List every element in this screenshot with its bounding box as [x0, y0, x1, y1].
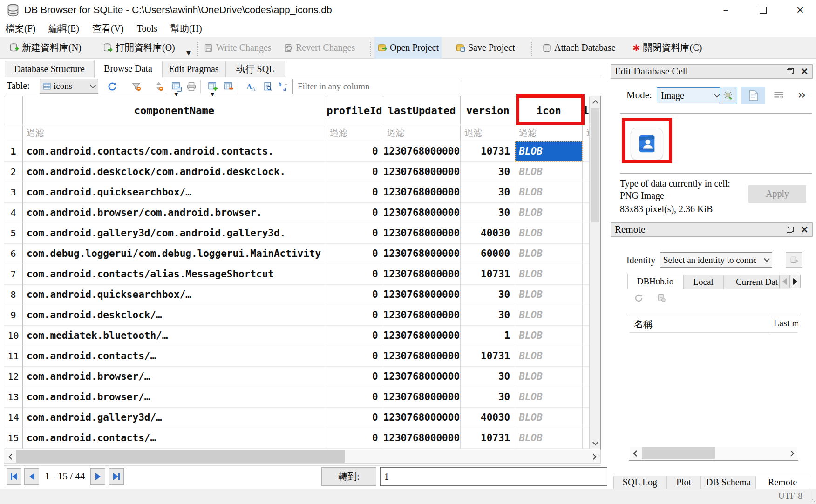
horizontal-scrollbar[interactable]	[4, 450, 601, 464]
open-database-dropdown[interactable]: ▼	[184, 37, 193, 59]
cell-icon-blob[interactable]: BLOB	[515, 285, 583, 305]
cell-version[interactable]: 30	[461, 367, 515, 387]
column-header-version[interactable]: version	[461, 96, 515, 125]
clear-filters-button[interactable]	[130, 81, 143, 93]
cell-version[interactable]: 10731	[461, 264, 515, 285]
scroll-right-icon[interactable]	[588, 450, 600, 463]
table-row[interactable]: 8com.android.quicksearchbox/…01230768000…	[4, 285, 589, 305]
menu-item-0[interactable]: 檔案(F)	[6, 22, 35, 35]
cell-componentName[interactable]: com.android.contacts/…	[23, 428, 326, 449]
table-row[interactable]: 3com.android.quicksearchbox/…01230768000…	[4, 182, 589, 203]
cell-profileId[interactable]: 0	[326, 223, 383, 244]
cell-componentName[interactable]: com.android.deskclock/com.android.deskcl…	[23, 162, 326, 182]
filter-input-componentName[interactable]: 過濾	[23, 125, 326, 141]
table-row[interactable]: 4com.android.browser/com.android.browser…	[4, 203, 589, 223]
table-row[interactable]: 12com.android.browser/…0123076800000030B…	[4, 367, 589, 387]
first-page-button[interactable]	[7, 468, 21, 485]
cell-componentName[interactable]: com.android.deskclock/…	[23, 305, 326, 326]
last-modified-column-header[interactable]: Last mo	[774, 318, 798, 329]
cell-icon-blob[interactable]: BLOB	[515, 367, 583, 387]
filter-input-version[interactable]: 過濾	[461, 125, 515, 141]
print-button[interactable]	[185, 81, 197, 93]
dock-tab-plot[interactable]: Plot	[666, 476, 701, 489]
resize-grip[interactable]	[811, 498, 815, 502]
float-panel-icon[interactable]	[787, 68, 794, 74]
cell-icon-blob[interactable]: BLOB	[515, 203, 583, 223]
cell-icon-blob[interactable]: BLOB	[515, 264, 583, 285]
cell-lastUpdated[interactable]: 1230768000000	[383, 182, 461, 203]
cell-lastUpdated[interactable]: 1230768000000	[383, 408, 461, 428]
cell-lastUpdated[interactable]: 1230768000000	[383, 346, 461, 367]
cell-icon-blob[interactable]: BLOB	[515, 162, 583, 182]
column-header-lastUpdated[interactable]: lastUpdated	[383, 96, 461, 125]
cell-lastUpdated[interactable]: 1230768000000	[383, 285, 461, 305]
cell-componentName[interactable]: com.android.contacts/alias.MessageShortc…	[23, 264, 326, 285]
tab-database-structure[interactable]: Database Structure	[5, 61, 94, 77]
cell-profileId[interactable]: 0	[326, 264, 383, 285]
goto-record-input[interactable]	[380, 467, 607, 486]
cell-version[interactable]: 40030	[461, 408, 515, 428]
next-page-button[interactable]	[90, 468, 105, 485]
cell-profileId[interactable]: 0	[326, 203, 383, 223]
dock-tab-db-schema[interactable]: DB Schema	[701, 476, 756, 489]
cell-lastUpdated[interactable]: 1230768000000	[383, 223, 461, 244]
cell-profileId[interactable]: 0	[326, 387, 383, 408]
cell-lastUpdated[interactable]: 1230768000000	[383, 244, 461, 264]
format-text-button[interactable]: AA	[245, 81, 257, 93]
remote-refresh-icon[interactable]	[634, 293, 644, 303]
remote-tab-dbhub-io[interactable]: DBHub.io	[627, 274, 683, 289]
cell-profileId[interactable]: 0	[326, 326, 383, 346]
maximize-button[interactable]	[749, 0, 777, 20]
cell-version[interactable]: 30	[461, 182, 515, 203]
filter-input-lastUpdated[interactable]: 過濾	[383, 125, 461, 141]
cell-componentName[interactable]: com.android.gallery3d/com.android.galler…	[23, 223, 326, 244]
table-row[interactable]: 6com.debug.loggerui/com.debug.loggerui.M…	[4, 244, 589, 264]
cell-lastUpdated[interactable]: 1230768000000	[383, 141, 461, 162]
new-database-button[interactable]: 新建資料庫(N)	[7, 37, 84, 59]
cell-version[interactable]: 30	[461, 203, 515, 223]
refresh-button[interactable]	[106, 81, 118, 93]
cell-profileId[interactable]: 0	[326, 346, 383, 367]
goto-button[interactable]: 轉到:	[321, 467, 376, 486]
write-changes-button[interactable]: Write Changes	[201, 37, 274, 59]
cell-profileId[interactable]: 0	[326, 141, 383, 162]
cell-profileId[interactable]: 0	[326, 408, 383, 428]
cell-version[interactable]: 40030	[461, 223, 515, 244]
table-row[interactable]: 2com.android.deskclock/com.android.deskc…	[4, 162, 589, 182]
table-row[interactable]: 13com.android.browser/…0123076800000030B…	[4, 387, 589, 408]
close-panel-icon[interactable]: ×	[800, 225, 809, 234]
scroll-down-icon[interactable]	[590, 437, 601, 449]
cell-version[interactable]: 1	[461, 326, 515, 346]
attach-database-button[interactable]: Attach Database	[539, 37, 619, 59]
cell-profileId[interactable]: 0	[326, 285, 383, 305]
filter-any-column-input[interactable]	[292, 79, 460, 94]
horizontal-scrollbar-thumb[interactable]	[16, 450, 345, 463]
filter-input-profileId[interactable]: 過濾	[326, 125, 383, 141]
replace-button[interactable]: ba	[278, 81, 290, 93]
dock-tab-remote[interactable]: Remote	[756, 476, 809, 489]
cell-version[interactable]: 30	[461, 305, 515, 326]
find-in-table-button[interactable]	[262, 81, 274, 93]
cell-componentName[interactable]: com.android.browser/…	[23, 367, 326, 387]
identity-select[interactable]: Select an identity to conne	[660, 252, 772, 268]
table-row[interactable]: 5com.android.gallery3d/com.android.galle…	[4, 223, 589, 244]
cell-lastUpdated[interactable]: 1230768000000	[383, 367, 461, 387]
tab-browse-data[interactable]: Browse Data	[94, 60, 162, 78]
cell-icon-blob[interactable]: BLOB	[515, 223, 583, 244]
prev-page-button[interactable]	[24, 468, 39, 485]
apply-button[interactable]: Apply	[748, 185, 806, 203]
minimize-button[interactable]: –	[712, 0, 740, 20]
remote-clone-icon[interactable]	[657, 293, 666, 303]
table-row[interactable]: 15com.android.contacts/…0123076800000010…	[4, 428, 589, 449]
more-options-chevrons[interactable]: ››	[798, 88, 805, 101]
remote-tab-local[interactable]: Local	[683, 275, 723, 289]
float-panel-icon[interactable]	[787, 227, 794, 233]
cell-lastUpdated[interactable]: 1230768000000	[383, 162, 461, 182]
word-wrap-icon[interactable]	[772, 87, 785, 104]
save-project-button[interactable]: Save Project	[453, 37, 518, 59]
filter-input-icon[interactable]: 過濾	[515, 125, 583, 141]
last-page-button[interactable]	[109, 468, 124, 485]
cell-version[interactable]: 10731	[461, 428, 515, 449]
open-database-button[interactable]: 打開資料庫(O)	[100, 37, 178, 59]
filter-input-ic[interactable]: 過濾	[583, 125, 589, 141]
